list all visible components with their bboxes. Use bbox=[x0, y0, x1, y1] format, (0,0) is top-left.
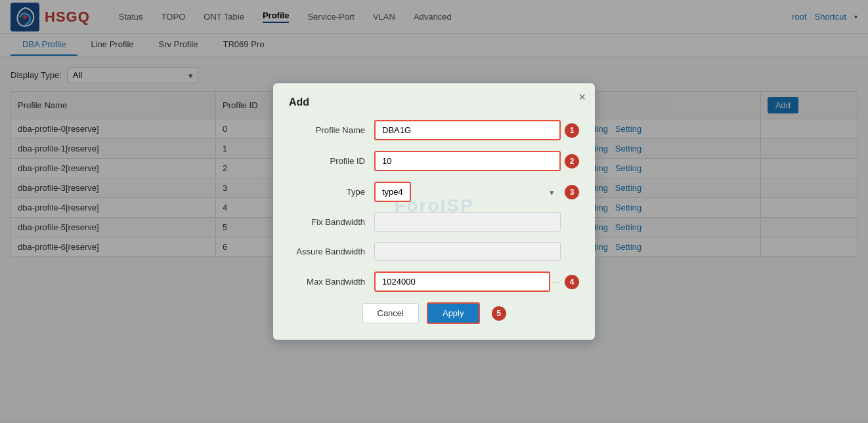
field-profile-name: Profile Name 1 bbox=[289, 120, 579, 140]
field-profile-id: Profile ID 2 bbox=[289, 151, 579, 171]
step-2-badge: 2 bbox=[565, 154, 579, 169]
cancel-button[interactable]: Cancel bbox=[362, 303, 419, 323]
add-modal: Add × ForoISP Profile Name 1 Profile ID … bbox=[273, 83, 595, 340]
label-profile-id: Profile ID bbox=[289, 156, 374, 166]
field-fix-bandwidth: Fix Bandwidth bbox=[289, 212, 579, 232]
step-5-badge: 5 bbox=[492, 306, 506, 321]
modal-overlay: Add × ForoISP Profile Name 1 Profile ID … bbox=[0, 0, 868, 419]
label-max-bandwidth: Max Bandwidth bbox=[289, 277, 374, 287]
input-profile-name[interactable] bbox=[374, 120, 561, 140]
label-fix-bandwidth: Fix Bandwidth bbox=[289, 217, 374, 227]
modal-footer: Cancel Apply 5 bbox=[289, 302, 579, 324]
label-type: Type bbox=[289, 187, 374, 197]
field-assure-bandwidth: Assure Bandwidth bbox=[289, 242, 579, 261]
field-max-bandwidth: Max Bandwidth ··· 4 bbox=[289, 272, 579, 292]
apply-button[interactable]: Apply bbox=[427, 302, 480, 324]
label-profile-name: Profile Name bbox=[289, 125, 374, 135]
input-max-bandwidth[interactable] bbox=[374, 272, 550, 292]
field-type: Type type1 type2 type3 type4 3 bbox=[289, 182, 579, 202]
label-assure-bandwidth: Assure Bandwidth bbox=[289, 247, 374, 256]
dots-icon: ··· bbox=[553, 277, 561, 287]
input-fix-bandwidth[interactable] bbox=[374, 212, 561, 232]
type-select-container: type1 type2 type3 type4 bbox=[374, 182, 561, 202]
modal-title: Add bbox=[289, 96, 579, 108]
step-3-badge: 3 bbox=[565, 185, 579, 199]
modal-close-button[interactable]: × bbox=[578, 91, 586, 103]
input-assure-bandwidth[interactable] bbox=[374, 242, 561, 261]
input-profile-id[interactable] bbox=[374, 151, 561, 171]
select-type[interactable]: type1 type2 type3 type4 bbox=[374, 182, 411, 202]
step-1-badge: 1 bbox=[565, 123, 579, 138]
step-4-badge: 4 bbox=[565, 275, 579, 289]
